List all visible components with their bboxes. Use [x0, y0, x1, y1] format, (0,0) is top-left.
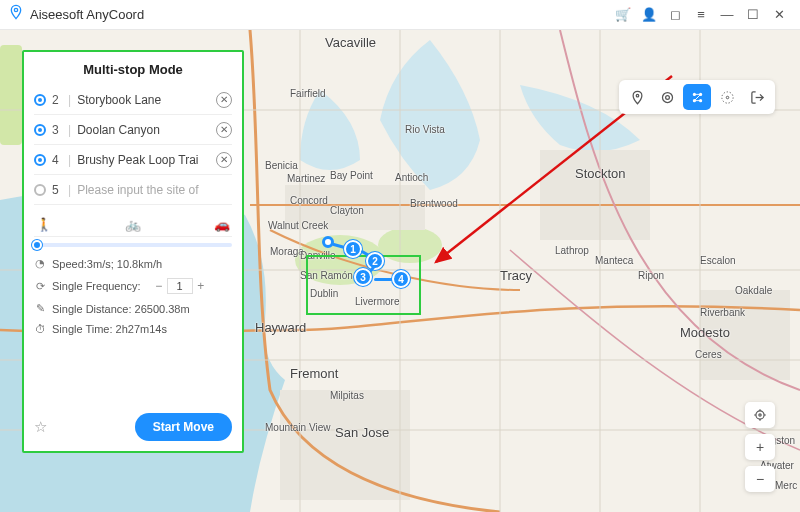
stop-number: 2 [52, 93, 62, 107]
stop-input-placeholder[interactable]: Please input the site of [77, 183, 232, 197]
stops-list: 2 | Storybook Lane ✕ 3 | Doolan Canyon ✕… [34, 85, 232, 205]
stop-row[interactable]: 3 | Doolan Canyon ✕ [34, 115, 232, 145]
svg-rect-6 [540, 150, 650, 240]
frequency-minus-button[interactable]: − [151, 278, 167, 294]
cart-icon[interactable]: 🛒 [610, 4, 636, 26]
svg-rect-2 [0, 45, 22, 145]
multi-stop-tool[interactable] [683, 84, 711, 110]
stop-radio-icon [34, 124, 46, 136]
stop-name: Brushy Peak Loop Trai [77, 153, 210, 167]
svg-point-10 [636, 94, 639, 97]
stop-number: 3 [52, 123, 62, 137]
svg-rect-7 [700, 290, 790, 380]
bike-mode-icon[interactable]: 🚲 [125, 217, 141, 232]
stop-name: Doolan Canyon [77, 123, 210, 137]
route-marker-4[interactable]: 4 [392, 270, 410, 288]
remove-stop-button[interactable]: ✕ [216, 122, 232, 138]
start-move-button[interactable]: Start Move [135, 413, 232, 441]
titlebar: Aiseesoft AnyCoord 🛒 👤 ◻ ≡ — ☐ ✕ [0, 0, 800, 30]
exit-tool[interactable] [743, 84, 771, 110]
remove-stop-button[interactable]: ✕ [216, 152, 232, 168]
svg-point-18 [721, 91, 732, 102]
stop-input-row[interactable]: 5 | Please input the site of [34, 175, 232, 205]
frequency-icon: ⟳ [34, 280, 46, 293]
panel-title: Multi-stop Mode [34, 62, 232, 77]
svg-rect-5 [285, 185, 425, 230]
stop-row[interactable]: 4 | Brushy Peak Loop Trai ✕ [34, 145, 232, 175]
svg-point-0 [14, 8, 17, 11]
zoom-out-button[interactable]: − [745, 466, 775, 492]
car-mode-icon[interactable]: 🚗 [214, 217, 230, 232]
modify-location-tool[interactable] [623, 84, 651, 110]
distance-icon: ✎ [34, 302, 46, 315]
app-logo-icon [8, 4, 24, 25]
multistop-panel: Multi-stop Mode 2 | Storybook Lane ✕ 3 |… [22, 50, 244, 453]
stop-radio-icon [34, 184, 46, 196]
joystick-tool[interactable] [713, 84, 741, 110]
favorite-button[interactable]: ☆ [34, 418, 47, 436]
stop-row[interactable]: 2 | Storybook Lane ✕ [34, 85, 232, 115]
svg-point-17 [726, 96, 729, 99]
one-stop-mool[interactable] [653, 84, 681, 110]
route-marker-3[interactable]: 3 [354, 268, 372, 286]
window-icon[interactable]: ◻ [662, 4, 688, 26]
minimize-button[interactable]: — [714, 4, 740, 26]
svg-point-19 [756, 411, 764, 419]
maximize-button[interactable]: ☐ [740, 4, 766, 26]
speed-slider[interactable] [34, 243, 232, 247]
time-info: ⏱ Single Time: 2h27m14s [34, 323, 232, 335]
stop-number: 4 [52, 153, 62, 167]
stop-radio-icon [34, 94, 46, 106]
walk-mode-icon[interactable]: 🚶 [36, 217, 52, 232]
locate-me-button[interactable] [745, 402, 775, 428]
travel-mode-tabs: 🚶 🚲 🚗 [34, 217, 232, 237]
svg-point-12 [662, 92, 672, 102]
frequency-row: ⟳ Single Frequency: − + [34, 278, 232, 294]
speed-icon: ◔ [34, 257, 46, 270]
route-marker-1[interactable]: 1 [344, 240, 362, 258]
zoom-in-button[interactable]: + [745, 434, 775, 460]
svg-point-11 [665, 95, 669, 99]
zoom-controls: + − [745, 402, 775, 492]
app-title: Aiseesoft AnyCoord [30, 7, 144, 22]
stop-name: Storybook Lane [77, 93, 210, 107]
close-button[interactable]: ✕ [766, 4, 792, 26]
distance-info: ✎ Single Distance: 26500.38m [34, 302, 232, 315]
stop-number: 5 [52, 183, 62, 197]
speed-info: ◔ Speed:3m/s; 10.8km/h [34, 257, 232, 270]
stop-radio-icon [34, 154, 46, 166]
account-icon[interactable]: 👤 [636, 4, 662, 26]
frequency-plus-button[interactable]: + [193, 278, 209, 294]
time-icon: ⏱ [34, 323, 46, 335]
svg-point-20 [759, 414, 761, 416]
mode-toolbar [619, 80, 775, 114]
remove-stop-button[interactable]: ✕ [216, 92, 232, 108]
hamburger-menu-icon[interactable]: ≡ [688, 4, 714, 26]
frequency-input[interactable] [167, 278, 193, 294]
